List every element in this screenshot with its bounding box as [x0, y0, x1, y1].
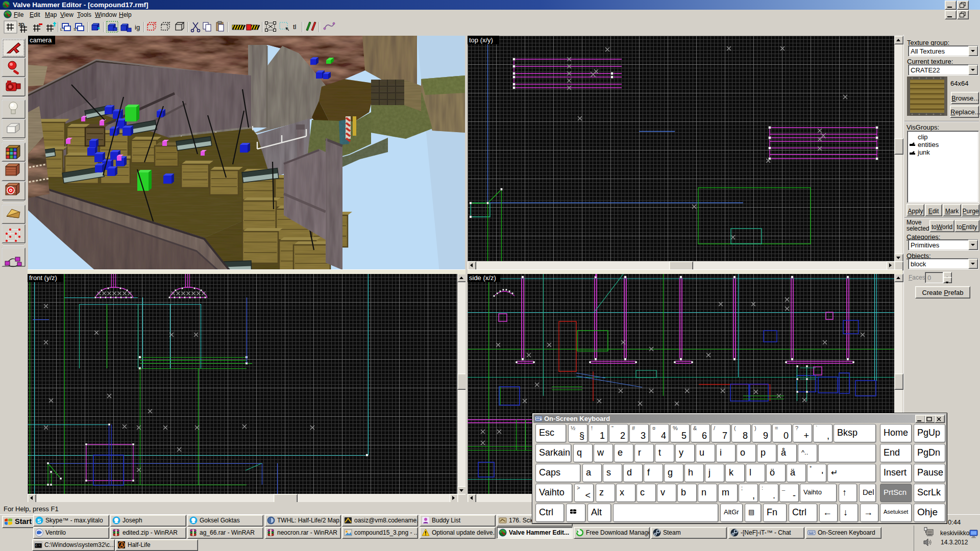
svg-text:camera: camera [30, 36, 52, 44]
svg-text:tl: tl [293, 23, 297, 31]
svg-text:top (x/y): top (x/y) [469, 36, 493, 44]
svg-text:side (x/z): side (x/z) [469, 274, 496, 282]
svg-text:ig: ig [135, 23, 140, 31]
svg-text:S: S [37, 518, 41, 524]
svg-text:C:\: C:\ [36, 544, 41, 547]
svg-text:front (y/z): front (y/z) [29, 274, 57, 282]
